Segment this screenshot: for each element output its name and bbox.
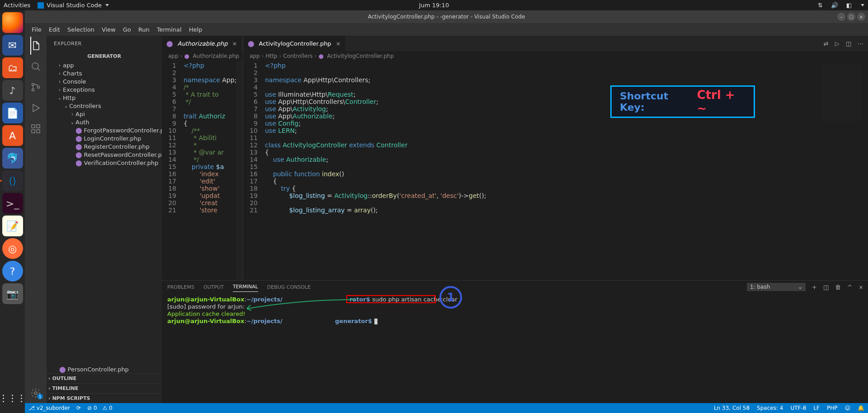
launcher-thunderbird[interactable]: ✉ bbox=[2, 35, 23, 56]
launcher-rhythmbox[interactable]: ♪ bbox=[2, 80, 23, 101]
launcher-text-editor[interactable]: 📝 bbox=[2, 216, 23, 236]
menu-terminal[interactable]: Terminal bbox=[154, 26, 185, 33]
sb-problems[interactable]: ⊘ 0 ⚠ 0 bbox=[87, 405, 113, 411]
project-name[interactable]: GENERATOR bbox=[47, 51, 162, 61]
network-icon[interactable]: ⇅ bbox=[818, 2, 823, 9]
tree-folder[interactable]: ⌄Controllers bbox=[47, 102, 162, 110]
tree-file[interactable]: ⬤LoginController.php bbox=[47, 134, 162, 142]
tree-file[interactable]: ⬤ PersonController.php bbox=[47, 365, 162, 373]
clock[interactable]: Jum 19:10 bbox=[419, 2, 449, 9]
settings-icon[interactable]: 1 bbox=[30, 388, 41, 399]
search-icon[interactable] bbox=[30, 61, 41, 72]
menu-selection[interactable]: Selection bbox=[64, 26, 98, 33]
close-button[interactable]: × bbox=[857, 13, 865, 21]
compare-changes-icon[interactable]: ⇄ bbox=[824, 40, 829, 47]
launcher-screenshot[interactable]: 📷 bbox=[2, 283, 23, 304]
vscode-icon bbox=[38, 2, 44, 9]
sb-branch[interactable]: ⎇ v2_suborder bbox=[28, 405, 70, 411]
source-control-icon[interactable] bbox=[30, 82, 41, 93]
menu-go[interactable]: Go bbox=[120, 26, 134, 33]
tree-folder[interactable]: ›app bbox=[47, 61, 162, 69]
php-icon: ⬤ bbox=[248, 40, 255, 47]
split-editor-icon[interactable]: ◫ bbox=[846, 40, 851, 47]
tree-folder[interactable]: ⌄Auth bbox=[47, 118, 162, 126]
tree-folder[interactable]: ›Exceptions bbox=[47, 85, 162, 94]
explorer-icon[interactable] bbox=[30, 40, 41, 51]
launcher-vscode[interactable]: ⟨⟩ bbox=[2, 170, 23, 191]
breadcrumb[interactable]: app› Http› Controllers› ⬤ActivitylogCont… bbox=[243, 51, 868, 61]
volume-icon[interactable]: 🔊 bbox=[831, 2, 838, 9]
new-terminal-icon[interactable]: + bbox=[812, 284, 817, 291]
extensions-icon[interactable] bbox=[30, 123, 41, 134]
statusbar: ⎇ v2_suborder ⟳ ⊘ 0 ⚠ 0 Ln 33, Col 58 Sp… bbox=[25, 403, 868, 413]
close-icon[interactable]: × bbox=[336, 40, 341, 47]
activities-button[interactable]: Activities bbox=[4, 2, 30, 9]
panel-tab-debug-console[interactable]: DEBUG CONSOLE bbox=[267, 282, 311, 292]
launcher-files[interactable]: 🗂 bbox=[2, 57, 23, 78]
close-icon[interactable]: × bbox=[232, 40, 237, 47]
tab-authorizable[interactable]: ⬤ Authorizable.php × bbox=[162, 36, 241, 51]
tree-folder[interactable]: ›Console bbox=[47, 77, 162, 85]
tree-file[interactable]: ⬤RegisterController.php bbox=[47, 142, 162, 150]
minimize-button[interactable]: – bbox=[837, 13, 845, 21]
sb-eol[interactable]: LF bbox=[813, 405, 820, 411]
scrollbar[interactable] bbox=[862, 61, 868, 280]
split-terminal-icon[interactable]: ◫ bbox=[823, 284, 829, 291]
menu-view[interactable]: View bbox=[99, 26, 119, 33]
tree-file[interactable]: ⬤ResetPasswordController.php bbox=[47, 150, 162, 159]
tree-folder[interactable]: ⌄Http bbox=[47, 94, 162, 102]
chevron-down-icon[interactable] bbox=[861, 4, 864, 6]
close-panel-icon[interactable]: × bbox=[859, 284, 863, 291]
menu-run[interactable]: Run bbox=[135, 26, 153, 33]
tree-folder[interactable]: ›Charts bbox=[47, 69, 162, 77]
battery-icon[interactable]: ◧ bbox=[846, 2, 852, 9]
code-editor-right[interactable]: 123456789101112131415161718192021 <?phpn… bbox=[243, 61, 868, 280]
tree-file[interactable]: ⬤VerificationController.php bbox=[47, 159, 162, 167]
run-debug-icon[interactable] bbox=[30, 103, 41, 113]
terminal[interactable]: arjun@arjun-VirtualBox:~/projects/ rator… bbox=[162, 293, 868, 403]
menu-edit[interactable]: Edit bbox=[46, 26, 63, 33]
npm-scripts-section[interactable]: › NPM SCRIPTS bbox=[47, 393, 162, 403]
launcher-firefox[interactable] bbox=[2, 12, 23, 33]
maximize-button[interactable]: □ bbox=[847, 13, 855, 21]
app-menu[interactable]: Visual Studio Code bbox=[38, 2, 109, 9]
activity-bar: 1 bbox=[25, 36, 47, 403]
sb-indent[interactable]: Spaces: 4 bbox=[757, 405, 783, 411]
php-icon: ⬤ bbox=[59, 366, 66, 373]
panel-tab-terminal[interactable]: TERMINAL bbox=[233, 282, 258, 292]
sb-language[interactable]: PHP bbox=[827, 405, 838, 411]
sb-feedback[interactable]: ☺ bbox=[844, 405, 850, 411]
minimap[interactable] bbox=[236, 61, 243, 280]
php-icon: ⬤ bbox=[75, 135, 82, 142]
launcher-mysql-workbench[interactable]: 🐬 bbox=[2, 148, 23, 169]
kill-terminal-icon[interactable]: 🗑 bbox=[835, 284, 841, 291]
outline-section[interactable]: › OUTLINE bbox=[47, 373, 162, 383]
breadcrumb[interactable]: app› ⬤Authorizable.php bbox=[162, 51, 243, 61]
tree-folder[interactable]: ›Api bbox=[47, 110, 162, 118]
launcher-help[interactable]: ? bbox=[2, 261, 23, 282]
menu-help[interactable]: Help bbox=[186, 26, 206, 33]
more-icon[interactable]: ⋯ bbox=[858, 40, 863, 47]
launcher-terminal[interactable]: >_ bbox=[2, 193, 23, 214]
terminal-select[interactable]: 1: bash⌄ bbox=[747, 283, 806, 291]
launcher-postman[interactable]: ◎ bbox=[2, 238, 23, 259]
launcher-software[interactable]: A bbox=[2, 125, 23, 146]
sb-cursor[interactable]: Ln 33, Col 58 bbox=[714, 405, 750, 411]
launcher-show-apps[interactable]: ⋮⋮⋮ bbox=[2, 388, 23, 408]
maximize-panel-icon[interactable]: ^ bbox=[847, 284, 852, 291]
launcher-writer[interactable]: 📄 bbox=[2, 103, 23, 123]
tab-activitylog[interactable]: ⬤ ActivitylogController.php × bbox=[243, 36, 345, 51]
panel-tab-output[interactable]: OUTPUT bbox=[203, 282, 224, 292]
sb-notifications[interactable]: 🔔 bbox=[858, 405, 864, 411]
menu-file[interactable]: File bbox=[28, 26, 45, 33]
timeline-section[interactable]: › TIMELINE bbox=[47, 383, 162, 393]
minimap[interactable] bbox=[821, 63, 862, 122]
sb-sync[interactable]: ⟳ bbox=[76, 405, 81, 411]
panel-tab-problems[interactable]: PROBLEMS bbox=[167, 282, 194, 292]
tree-file[interactable]: ⬤ForgotPasswordController.php bbox=[47, 126, 162, 134]
menubar: File Edit Selection View Go Run Terminal… bbox=[25, 23, 868, 36]
code-editor-left[interactable]: 123456789101112131415161718192021 <?phpn… bbox=[162, 61, 243, 280]
run-icon[interactable]: ▷ bbox=[835, 40, 840, 47]
sb-encoding[interactable]: UTF-8 bbox=[790, 405, 806, 411]
window-title: ActivitylogController.php - -generator -… bbox=[368, 14, 525, 20]
